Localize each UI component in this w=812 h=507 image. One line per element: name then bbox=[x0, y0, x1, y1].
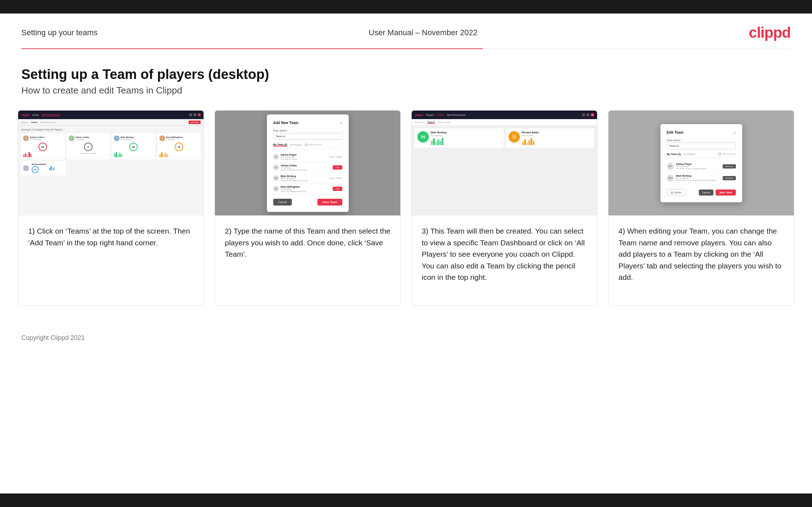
modal-title: Add New Team bbox=[273, 121, 299, 125]
edit-tab-my-team[interactable]: My Team (2) bbox=[667, 153, 681, 155]
modal-tab-my-team[interactable]: My Team (2) bbox=[273, 143, 288, 146]
card-2-screenshot: Add New Team × Team Name * Team A My Tea… bbox=[215, 111, 400, 215]
edit-player-2-remove-btn[interactable]: Remove bbox=[723, 176, 735, 180]
ss1-player-card-3: B Blair McHarg Plus Handicap 94 bbox=[112, 133, 155, 159]
modal-tabs: My Team (2) All Players Filter by name bbox=[273, 143, 342, 149]
modal-player-4-info: DB Dave Billingham 5 HandicapThe Ong Map… bbox=[273, 186, 306, 192]
edit-filter: Filter by name bbox=[718, 153, 735, 155]
ss1-club-3: Plus Handicap bbox=[121, 138, 134, 140]
modal-player-2-info: AC Adrian Coliba 1 HandicapCentral Londo… bbox=[273, 164, 307, 171]
modal-player-4-add-btn[interactable]: Add bbox=[333, 187, 342, 191]
card-4: Edit Team × Team Name * Team A My Team (… bbox=[608, 110, 794, 306]
modal-player-3-info: BM Blair McHarg Plus HandicapRoyal North… bbox=[273, 175, 308, 182]
ss3-player-1-club: Plus Handicap bbox=[431, 134, 501, 137]
ss3-player-card-1: 94 Blair McHarg Plus Handicap bbox=[415, 128, 503, 148]
edit-team-name-input[interactable]: Team A bbox=[667, 143, 736, 149]
modal-player-2: AC Adrian Coliba 1 HandicapCentral Londo… bbox=[273, 162, 342, 173]
ss3-player-card-2: 72 Richard Butler Plus Handicap bbox=[506, 128, 595, 148]
ss3-sub-1: All Players bbox=[415, 121, 425, 123]
ss1-add-team-btn[interactable]: Add Team bbox=[189, 121, 201, 124]
cards-container: clippd Home My Performance Players Teams… bbox=[0, 110, 812, 327]
edit-delete-button[interactable]: 🗑 Delete bbox=[667, 189, 685, 196]
modal-team-name-input[interactable]: Team A bbox=[273, 133, 342, 140]
ss3-edit-btn[interactable]: ✎ bbox=[591, 113, 594, 117]
ss1-score-5: 72 bbox=[32, 166, 39, 173]
modal-player-4: DB Dave Billingham 5 HandicapThe Ong Map… bbox=[273, 184, 342, 194]
ss1-club-1: Plus Handicap bbox=[30, 138, 44, 140]
card-1-screenshot: clippd Home My Performance Players Teams… bbox=[18, 111, 204, 215]
ss1-subnav-1: Players bbox=[21, 121, 28, 123]
copyright-text: Copyright Clippd 2021 bbox=[21, 334, 85, 341]
modal-player-1-club: Plus HandicapThe Shire London bbox=[281, 156, 298, 160]
modal-close-icon[interactable]: × bbox=[340, 121, 342, 125]
add-team-modal: Add New Team × Team Name * Team A My Tea… bbox=[267, 114, 349, 212]
modal-footer: Cancel Save Team bbox=[273, 199, 342, 206]
modal-player-1-avatar: AP bbox=[273, 154, 279, 160]
ss1-content-title: Seeing 5 of 5 players from All Players bbox=[21, 128, 201, 131]
ss1-ctrl-1 bbox=[189, 113, 192, 116]
card-4-screenshot: Edit Team × Team Name * Team A My Team (… bbox=[608, 111, 794, 215]
ss1-player-card-1: A Adrian Collins Plus Handicap 84 bbox=[21, 133, 65, 159]
ss1-no-data: No rounds to display bbox=[69, 152, 108, 154]
edit-save-button[interactable]: Save Team bbox=[716, 190, 735, 196]
ss1-avatar-4: D bbox=[159, 135, 165, 141]
edit-filter-checkbox[interactable] bbox=[718, 153, 721, 155]
ss3-sub-2: Team A bbox=[427, 121, 435, 124]
ss1-logo: clippd bbox=[21, 113, 30, 117]
edit-player-1: AP Adrian Player Plus HandicapThe Shire … bbox=[667, 161, 736, 172]
edit-player-2-info: BM Blair McHarg Plus HandicapRoyal North… bbox=[667, 175, 716, 182]
ss1-score-4: 78 bbox=[175, 143, 183, 151]
footer: Copyright Clippd 2021 bbox=[0, 327, 812, 349]
header: Setting up your teams User Manual – Nove… bbox=[0, 14, 812, 48]
modal-player-4-avatar: DB bbox=[273, 186, 279, 192]
edit-player-2: BM Blair McHarg Plus HandicapRoyal North… bbox=[667, 172, 736, 184]
ss1-club-2: 1 Handicap bbox=[75, 138, 89, 140]
edit-player-1-avatar: AP bbox=[667, 163, 674, 170]
modal-player-1-name: Adrian Player bbox=[281, 154, 298, 156]
ss3-nav-3: My Performance bbox=[447, 114, 465, 116]
ss1-player-bottom: R Richard Butler 72 bbox=[21, 161, 66, 175]
ss3-nav-1: Players bbox=[426, 114, 434, 116]
modal-filter-checkbox[interactable] bbox=[305, 144, 307, 146]
edit-player-1-remove-btn[interactable]: Remove bbox=[723, 164, 735, 169]
modal-player-2-add-btn[interactable]: Add bbox=[333, 165, 342, 170]
page-subtitle: How to create and edit Teams in Clippd bbox=[21, 85, 791, 96]
card-1-text: 1) Click on ‘Teams’ at the top of the sc… bbox=[18, 215, 204, 258]
edit-cancel-button[interactable]: Cancel bbox=[699, 190, 714, 196]
ss4-backdrop: Edit Team × Team Name * Team A My Team (… bbox=[608, 111, 794, 215]
edit-modal-footer: 🗑 Delete Cancel Save Team bbox=[667, 189, 736, 196]
card-1: clippd Home My Performance Players Teams… bbox=[18, 110, 204, 306]
ss3-player-2-name: Richard Butler bbox=[522, 131, 592, 134]
edit-modal-title: Edit Team bbox=[667, 130, 684, 134]
page-title: Setting up a Team of players (desktop) bbox=[21, 67, 791, 82]
ss3-bars-2 bbox=[522, 138, 592, 145]
modal-save-button[interactable]: Save Team bbox=[317, 199, 342, 206]
ss3-score-1: 94 bbox=[417, 131, 429, 143]
modal-tab-all-players[interactable]: All Players bbox=[290, 144, 302, 146]
edit-modal-close-icon[interactable]: × bbox=[733, 130, 735, 135]
ss1-ctrl-3 bbox=[198, 113, 201, 116]
modal-player-3: BM Blair McHarg Plus HandicapRoyal North… bbox=[273, 173, 342, 184]
edit-team-modal: Edit Team × Team Name * Team A My Team (… bbox=[660, 124, 742, 202]
card-3-text: 3) This Team will then be created. You c… bbox=[412, 215, 597, 293]
header-center-text: User Manual – November 2022 bbox=[369, 28, 478, 37]
ss3-bars-1 bbox=[431, 138, 501, 145]
ss1-score-3: 94 bbox=[129, 143, 138, 151]
ss3-logo: clippd bbox=[415, 113, 423, 117]
modal-filter: Filter by name bbox=[305, 144, 322, 146]
modal-player-3-avatar: BM bbox=[273, 175, 279, 181]
top-bar bbox=[0, 0, 812, 14]
edit-player-2-club: Plus HandicapRoyal North Devon Golf Club… bbox=[676, 177, 716, 181]
edit-tab-all-players[interactable]: All Players bbox=[684, 153, 695, 155]
ss3-player-1-name: Blair McHarg bbox=[431, 131, 501, 134]
ss1-name-5: Richard Butler bbox=[32, 163, 46, 165]
modal-cancel-button[interactable]: Cancel bbox=[273, 199, 292, 206]
ss1-club-4: 5 Handicap bbox=[166, 138, 183, 140]
ss1-bars-3 bbox=[114, 152, 153, 157]
ss2-backdrop: Add New Team × Team Name * Team A My Tea… bbox=[215, 111, 400, 215]
ss3-score-2: 72 bbox=[508, 131, 520, 143]
ss1-bars-4 bbox=[159, 152, 199, 157]
modal-player-1-status: Player Added bbox=[329, 156, 342, 158]
card-2-text: 2) Type the name of this Team and then s… bbox=[215, 215, 400, 270]
edit-player-2-name: Blair McHarg bbox=[676, 175, 716, 177]
